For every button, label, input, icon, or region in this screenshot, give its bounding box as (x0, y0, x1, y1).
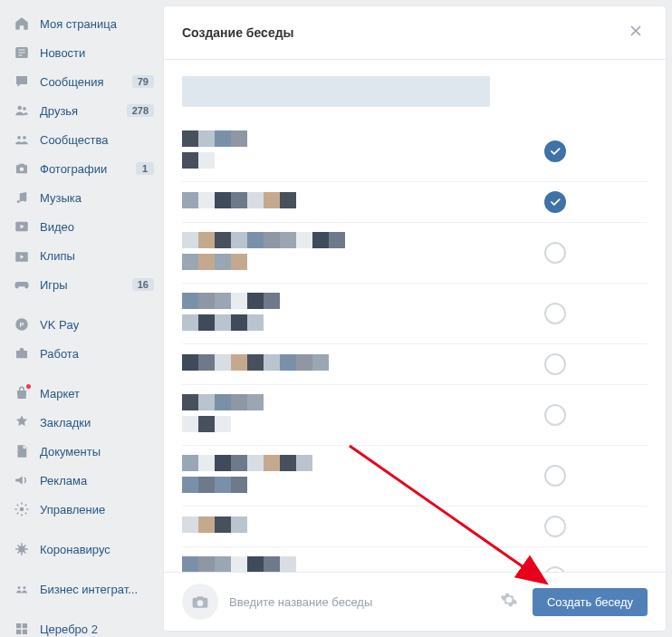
contact-row[interactable] (182, 344, 648, 385)
sidebar-item-community[interactable]: Сообщества (0, 125, 163, 154)
sidebar-item-label: Музыка (40, 191, 154, 205)
svg-point-7 (24, 199, 26, 202)
close-icon[interactable] (624, 19, 648, 46)
contact-list[interactable] (164, 60, 666, 572)
chat-name-input[interactable] (229, 595, 485, 609)
sidebar-item-label: Управление (40, 503, 154, 516)
virus-icon (13, 540, 31, 558)
sidebar-item-video[interactable]: Видео (0, 212, 163, 241)
sidebar-item-label: Моя страница (40, 17, 154, 31)
sidebar-item-users[interactable]: Друзья278 (0, 96, 163, 125)
market-icon (13, 384, 31, 402)
cerebro-icon (13, 620, 31, 637)
sidebar-item-music[interactable]: Музыка (0, 183, 163, 212)
contact-name-redacted (182, 130, 544, 172)
bookmark-icon (13, 413, 31, 431)
community-icon (13, 130, 31, 149)
contact-row[interactable] (182, 121, 648, 182)
sidebar-item-games[interactable]: Игры16 (0, 270, 163, 299)
contact-row[interactable] (182, 284, 648, 344)
create-chat-dialog: Создание беседы Создать беседу (163, 5, 667, 632)
svg-point-3 (17, 136, 21, 140)
sidebar-item-label: Фотографии (40, 162, 136, 176)
pay-icon: P (13, 315, 31, 333)
svg-point-4 (23, 136, 26, 140)
biz-icon (13, 580, 31, 598)
svg-rect-17 (16, 623, 21, 628)
contact-row[interactable] (182, 507, 648, 547)
checkbox-unchecked-icon[interactable] (544, 516, 566, 537)
svg-point-16 (24, 586, 26, 589)
clips-icon (13, 246, 31, 265)
contact-row[interactable] (182, 446, 648, 507)
checkbox-unchecked-icon[interactable] (544, 242, 566, 264)
checkbox-checked-icon[interactable] (544, 140, 566, 162)
checkbox-unchecked-icon[interactable] (544, 303, 566, 324)
search-input[interactable] (182, 76, 490, 107)
contact-name-redacted (182, 516, 544, 536)
sidebar-item-docs[interactable]: Документы (0, 437, 163, 466)
sidebar-item-label: Сообщения (40, 75, 132, 89)
contact-name-redacted (182, 394, 544, 436)
sidebar-item-ads[interactable]: Реклама (0, 466, 163, 495)
contact-row[interactable] (182, 547, 648, 572)
checkbox-checked-icon[interactable] (544, 191, 566, 213)
camera-icon[interactable] (182, 584, 218, 620)
sidebar-item-label: VK Pay (40, 318, 154, 332)
checkbox-unchecked-icon[interactable] (544, 404, 566, 426)
video-icon (13, 217, 31, 236)
contact-row[interactable] (182, 182, 648, 223)
contact-name-redacted (182, 232, 544, 274)
sidebar-item-home[interactable]: Моя страница (0, 9, 163, 38)
nav-badge: 278 (127, 104, 154, 117)
sidebar-item-label: Бизнес интеграт... (40, 583, 154, 596)
docs-icon (13, 442, 31, 460)
newspaper-icon (13, 43, 31, 62)
sidebar-item-newspaper[interactable]: Новости (0, 38, 163, 67)
svg-rect-19 (16, 630, 21, 634)
sidebar-item-label: Работа (40, 347, 154, 361)
work-icon (13, 344, 31, 362)
manage-icon (13, 500, 31, 518)
chat-icon (13, 72, 31, 91)
contact-name-redacted (182, 354, 544, 374)
svg-point-6 (17, 200, 20, 203)
sidebar-item-manage[interactable]: Управление (0, 495, 163, 524)
sidebar-item-label: Друзья (40, 104, 127, 118)
sidebar-item-cerebro[interactable]: Церебро 2 (0, 614, 163, 637)
sidebar-item-virus[interactable]: Коронавирус (0, 535, 163, 564)
sidebar-item-bookmark[interactable]: Закладки (0, 408, 163, 437)
dialog-header: Создание беседы (164, 6, 666, 60)
svg-text:P: P (19, 321, 24, 329)
sidebar-item-work[interactable]: Работа (0, 339, 163, 368)
checkbox-unchecked-icon[interactable] (544, 465, 566, 487)
sidebar-item-label: Закладки (40, 416, 154, 429)
sidebar-item-camera[interactable]: Фотографии1 (0, 154, 163, 183)
sidebar-item-label: Коронавирус (40, 543, 154, 556)
sidebar-item-label: Реклама (40, 474, 154, 487)
dialog-footer: Создать беседу (164, 572, 666, 631)
contact-name-redacted (182, 293, 544, 334)
sidebar-item-biz[interactable]: Бизнес интеграт... (0, 574, 163, 603)
sidebar-item-label: Видео (40, 220, 154, 234)
nav-badge: 1 (136, 162, 154, 175)
sidebar-item-chat[interactable]: Сообщения79 (0, 67, 163, 96)
contact-row[interactable] (182, 385, 648, 446)
create-chat-button[interactable]: Создать беседу (533, 588, 648, 616)
sidebar-item-market[interactable]: Маркет (0, 379, 163, 408)
gear-icon[interactable] (496, 587, 522, 616)
sidebar-item-clips[interactable]: Клипы (0, 241, 163, 270)
svg-rect-18 (23, 623, 27, 628)
svg-point-5 (20, 168, 24, 172)
music-icon (13, 188, 31, 207)
sidebar-item-pay[interactable]: PVK Pay (0, 310, 163, 339)
sidebar-item-label: Новости (40, 46, 154, 60)
contact-row[interactable] (182, 223, 648, 284)
sidebar-item-label: Игры (40, 278, 132, 292)
svg-rect-20 (23, 630, 27, 634)
sidebar: Моя страницаНовостиСообщения79Друзья278С… (0, 0, 163, 637)
ads-icon (13, 471, 31, 489)
checkbox-unchecked-icon[interactable] (544, 353, 566, 375)
contact-name-redacted (182, 455, 544, 497)
sidebar-item-label: Маркет (40, 387, 154, 401)
